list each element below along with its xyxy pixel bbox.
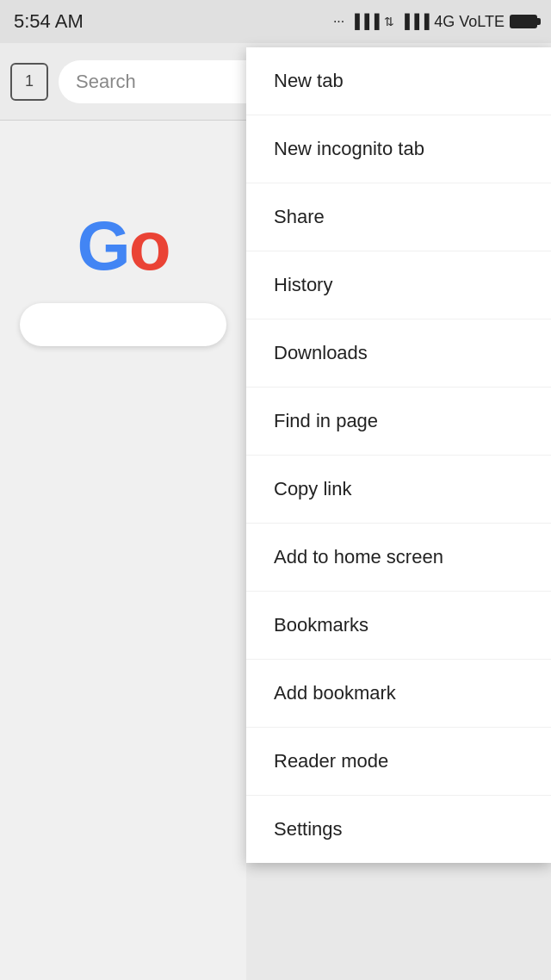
menu-item-share[interactable]: Share <box>246 183 551 251</box>
search-placeholder: Search <box>76 71 136 93</box>
status-icons: ··· ▐▐▐ ⇅ ▐▐▐ 4G VoLTE <box>333 13 537 31</box>
battery-icon <box>510 15 537 28</box>
menu-item-settings[interactable]: Settings <box>246 796 551 863</box>
tab-count-button[interactable]: 1 <box>10 63 48 101</box>
signal-bars-icon: ▐▐▐ <box>350 14 379 29</box>
menu-item-reader-mode[interactable]: Reader mode <box>246 728 551 796</box>
menu-item-find-in-page[interactable]: Find in page <box>246 388 551 456</box>
menu-item-copy-link[interactable]: Copy link <box>246 456 551 524</box>
google-letter-o: o <box>129 208 170 284</box>
browser-content: Go <box>0 121 246 980</box>
menu-item-add-to-home-screen[interactable]: Add to home screen <box>246 524 551 592</box>
signal-dots: ··· <box>333 14 344 29</box>
menu-item-history[interactable]: History <box>246 251 551 319</box>
menu-item-bookmarks[interactable]: Bookmarks <box>246 592 551 660</box>
status-time: 5:54 AM <box>14 10 84 33</box>
google-letter-g: G <box>77 208 128 284</box>
menu-item-downloads[interactable]: Downloads <box>246 319 551 388</box>
status-bar: 5:54 AM ··· ▐▐▐ ⇅ ▐▐▐ 4G VoLTE <box>0 0 551 43</box>
menu-item-add-bookmark[interactable]: Add bookmark <box>246 660 551 728</box>
menu-item-new-tab[interactable]: New tab <box>246 47 551 115</box>
context-menu: New tabNew incognito tabShareHistoryDown… <box>246 47 551 863</box>
google-search-box[interactable] <box>20 303 226 346</box>
data-transfer-icon: ⇅ <box>384 15 394 28</box>
google-logo: Go <box>77 207 169 286</box>
menu-item-new-incognito-tab[interactable]: New incognito tab <box>246 115 551 183</box>
signal-bars-2-icon: ▐▐▐ <box>399 14 429 29</box>
tab-count: 1 <box>25 72 34 90</box>
network-label: 4G VoLTE <box>434 13 505 31</box>
